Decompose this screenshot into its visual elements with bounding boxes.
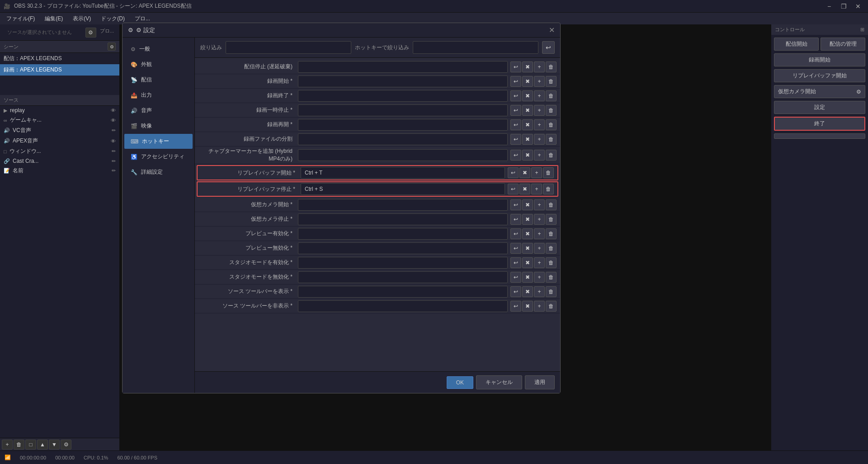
hotkey-input-pause-rec[interactable] xyxy=(298,104,508,116)
add-btn-8[interactable]: + xyxy=(531,184,542,194)
delete-btn-7[interactable]: 🗑 xyxy=(543,167,554,178)
name-edit[interactable]: ✏ xyxy=(112,168,116,174)
delete-btn-13[interactable]: 🗑 xyxy=(546,257,557,268)
manage-stream-btn[interactable]: 配信の管理 xyxy=(821,38,865,51)
nav-advanced[interactable]: 🔧 詳細設定 xyxy=(124,165,193,180)
add-btn-15[interactable]: + xyxy=(534,286,545,297)
hotkey-input-stop-virtual[interactable] xyxy=(298,213,508,225)
clear-btn-3[interactable]: ✖ xyxy=(522,105,533,116)
delete-btn-1[interactable]: 🗑 xyxy=(546,76,557,87)
undo-btn-12[interactable]: ↩ xyxy=(510,243,521,254)
hotkey-input-resume-rec[interactable] xyxy=(298,119,508,131)
remove-source-btn[interactable]: 🗑 xyxy=(14,440,24,450)
maximize-button[interactable]: ❐ xyxy=(837,0,850,13)
source-item-apexaudio[interactable]: 🔊 APEX音声 👁 xyxy=(0,136,119,146)
clear-btn-4[interactable]: ✖ xyxy=(522,119,533,130)
source-extra-btn[interactable]: ⚙ xyxy=(61,440,71,450)
delete-btn-10[interactable]: 🗑 xyxy=(546,214,557,225)
add-btn-4[interactable]: + xyxy=(534,119,545,130)
search-back-btn[interactable]: ↩ xyxy=(542,41,555,54)
filter-input[interactable] xyxy=(226,41,351,54)
delete-btn-15[interactable]: 🗑 xyxy=(546,286,557,297)
undo-btn-9[interactable]: ↩ xyxy=(510,199,521,210)
hotkey-input-stop-stream[interactable] xyxy=(298,61,508,73)
source-item-name[interactable]: 📝 名前 ✏ xyxy=(0,166,119,176)
delete-btn-16[interactable]: 🗑 xyxy=(546,301,557,312)
nav-stream[interactable]: 📡 配信 xyxy=(124,72,193,87)
hotkey-filter-input[interactable] xyxy=(413,41,538,54)
replay-visibility[interactable]: 👁 xyxy=(111,108,116,113)
add-btn-12[interactable]: + xyxy=(534,243,545,254)
apply-btn[interactable]: 適用 xyxy=(525,375,555,389)
delete-btn-12[interactable]: 🗑 xyxy=(546,243,557,254)
nav-output[interactable]: 📤 出力 xyxy=(124,88,193,103)
source-settings-btn[interactable]: □ xyxy=(25,440,36,450)
undo-btn-16[interactable]: ↩ xyxy=(510,301,521,312)
hotkey-input-show-toolbar[interactable] xyxy=(298,286,508,298)
studio-mode-btn[interactable]: 設定 xyxy=(774,101,865,114)
delete-btn-4[interactable]: 🗑 xyxy=(546,119,557,130)
delete-btn-2[interactable]: 🗑 xyxy=(546,90,557,101)
delete-btn-5[interactable]: 🗑 xyxy=(546,134,557,145)
delete-btn-6[interactable]: 🗑 xyxy=(546,150,557,161)
undo-btn-1[interactable]: ↩ xyxy=(510,76,521,87)
menu-edit[interactable]: 編集(E) xyxy=(40,14,67,24)
undo-btn-15[interactable]: ↩ xyxy=(510,286,521,297)
virtual-camera-gear-icon[interactable]: ⚙ xyxy=(856,89,861,95)
undo-btn-14[interactable]: ↩ xyxy=(510,272,521,283)
clear-btn-7[interactable]: ✖ xyxy=(519,167,530,178)
undo-btn-4[interactable]: ↩ xyxy=(510,119,521,130)
hotkey-input-add-chapter[interactable] xyxy=(298,149,508,161)
settings-btn[interactable]: 終了 xyxy=(774,117,865,131)
hotkey-input-start-rec[interactable] xyxy=(298,76,508,87)
source-up-btn[interactable]: ▲ xyxy=(37,440,48,450)
add-btn-10[interactable]: + xyxy=(534,214,545,225)
nav-audio[interactable]: 🔊 音声 xyxy=(124,103,193,118)
delete-btn-14[interactable]: 🗑 xyxy=(546,272,557,283)
add-btn-11[interactable]: + xyxy=(534,228,545,239)
source-item-castcra[interactable]: 🔗 Cast Cra... ✏ xyxy=(0,156,119,166)
start-stream-btn[interactable]: 配信開始 xyxy=(774,38,819,51)
undo-btn-11[interactable]: ↩ xyxy=(510,228,521,239)
start-recording-btn[interactable]: 録画開始 xyxy=(774,53,865,66)
clear-btn-11[interactable]: ✖ xyxy=(522,228,533,239)
add-source-btn[interactable]: + xyxy=(2,440,13,450)
clear-btn-9[interactable]: ✖ xyxy=(522,199,533,210)
menu-profile[interactable]: プロ... xyxy=(130,14,155,24)
clear-btn-5[interactable]: ✖ xyxy=(522,134,533,145)
delete-btn-11[interactable]: 🗑 xyxy=(546,228,557,239)
add-btn-9[interactable]: + xyxy=(534,199,545,210)
add-btn-0[interactable]: + xyxy=(534,62,545,72)
undo-btn-13[interactable]: ↩ xyxy=(510,257,521,268)
menu-view[interactable]: 表示(V) xyxy=(68,14,95,24)
hotkey-input-disable-studio[interactable] xyxy=(298,271,508,283)
nav-appearance[interactable]: 🎨 外観 xyxy=(124,57,193,72)
exit-btn[interactable] xyxy=(774,133,865,139)
replay-buffer-btn[interactable]: リプレイバッファ開始 xyxy=(774,69,865,82)
undo-btn-3[interactable]: ↩ xyxy=(510,105,521,116)
scene-item-recording[interactable]: 録画：APEX LEGENDS xyxy=(0,64,119,76)
hotkey-input-start-replay[interactable] xyxy=(301,167,505,179)
ok-btn[interactable]: OK xyxy=(447,376,473,389)
add-btn-6[interactable]: + xyxy=(534,150,545,161)
undo-btn-0[interactable]: ↩ xyxy=(510,62,521,72)
clear-btn-0[interactable]: ✖ xyxy=(522,62,533,72)
add-btn-3[interactable]: + xyxy=(534,105,545,116)
virtual-camera-btn[interactable]: 仮想カメラ開始 ⚙ xyxy=(774,85,865,98)
nav-general[interactable]: ⚙ 一般 xyxy=(124,42,193,57)
gamecap-visibility[interactable]: 👁 xyxy=(111,118,116,123)
minimize-button[interactable]: − xyxy=(823,0,835,13)
scene-item-streaming[interactable]: 配信：APEX LEGENDS xyxy=(0,53,119,64)
add-btn-13[interactable]: + xyxy=(534,257,545,268)
clear-btn-2[interactable]: ✖ xyxy=(522,90,533,101)
apexaudio-visibility[interactable]: 👁 xyxy=(111,138,116,144)
cancel-btn[interactable]: キャンセル xyxy=(476,375,522,389)
menu-dock[interactable]: ドック(D) xyxy=(96,14,129,24)
hotkey-input-hide-toolbar[interactable] xyxy=(298,300,508,312)
undo-btn-6[interactable]: ↩ xyxy=(510,150,521,161)
add-btn-16[interactable]: + xyxy=(534,301,545,312)
profile-btn[interactable]: ⚙ xyxy=(85,28,96,38)
nav-video[interactable]: 🎬 映像 xyxy=(124,118,193,133)
nav-accessibility[interactable]: ♿ アクセシビリティ xyxy=(124,149,193,164)
window-edit[interactable]: ✏ xyxy=(112,148,116,154)
